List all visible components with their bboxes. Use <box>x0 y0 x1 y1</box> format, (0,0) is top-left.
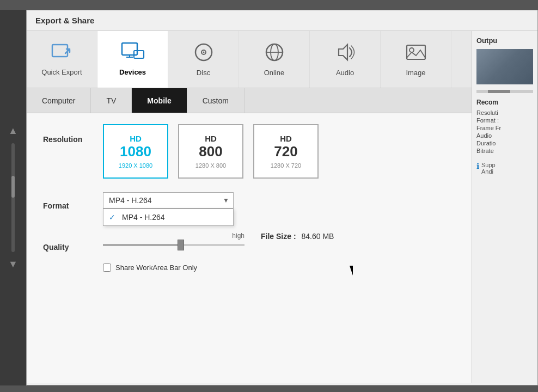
recommend-title: Recom <box>476 99 533 106</box>
share-workarea-checkbox[interactable] <box>103 264 111 272</box>
tab-image[interactable]: Image <box>381 31 451 88</box>
info-icon: ℹ <box>476 162 479 170</box>
quality-slider-track[interactable] <box>103 244 244 246</box>
resolution-cards: HD 1080 1920 X 1080 HD 800 1280 X 800 HD… <box>103 124 319 179</box>
subtab-custom-label: Custom <box>203 96 229 105</box>
subtab-computer-label: Computer <box>42 96 75 105</box>
format-dropdown: ✓ MP4 - H.264 <box>103 209 234 226</box>
left-panel: Quick Export Devices <box>27 31 472 383</box>
tab-disc[interactable]: Disc <box>168 31 239 88</box>
right-panel: Outpu Recom Resoluti Format : Frame Fr A… <box>472 31 537 383</box>
content-area: Quick Export Devices <box>27 31 537 383</box>
main-window: Export & Share Quick Export <box>26 10 538 385</box>
hd720-number: 720 <box>274 143 297 160</box>
subtab-computer[interactable]: Computer <box>27 88 91 113</box>
file-size-wrap: File Size : 84.60 MB <box>261 232 334 241</box>
tab-quick-export[interactable]: Quick Export <box>27 31 97 88</box>
share-workarea-label[interactable]: Share WorkArea Bar Only <box>115 264 197 272</box>
resolution-card-hd720[interactable]: HD 720 1280 X 720 <box>253 124 319 179</box>
disc-label: Disc <box>197 69 210 77</box>
recommend-duration: Duratio <box>476 140 533 146</box>
svg-point-7 <box>203 51 204 53</box>
scroll-up-arrow[interactable]: ▲ <box>6 123 20 139</box>
support-text: Supp Andi <box>481 162 496 175</box>
recommend-framerate: Frame Fr <box>476 125 533 131</box>
tab-devices[interactable]: Devices <box>97 31 168 88</box>
preview-scroll-thumb[interactable] <box>488 90 511 93</box>
quick-export-label: Quick Export <box>41 68 82 76</box>
svg-rect-0 <box>52 45 68 57</box>
support-box: ℹ Supp Andi <box>476 162 533 175</box>
recommend-format: Format : <box>476 117 533 124</box>
scroll-down-arrow[interactable]: ▼ <box>6 256 20 272</box>
icon-tabs: Quick Export Devices <box>27 31 472 88</box>
format-row: Format MP4 - H.264 ▼ ✓ MP4 - H <box>43 191 455 210</box>
quality-label: Quality <box>43 232 103 252</box>
image-icon <box>405 42 427 65</box>
file-size-value: 84.60 MB <box>301 232 334 241</box>
left-scrollbar[interactable]: ▲ ▼ <box>0 10 26 385</box>
hd1080-hd-label: HD <box>130 134 142 143</box>
online-label: Online <box>264 69 285 77</box>
resolution-card-hd1080[interactable]: HD 1080 1920 X 1080 <box>103 124 168 179</box>
format-select-container: MP4 - H.264 ▼ ✓ MP4 - H.264 <box>103 192 234 209</box>
scroll-track-vertical <box>11 143 15 252</box>
hd800-hd-label: HD <box>205 134 217 143</box>
hd800-number: 800 <box>199 143 222 160</box>
sub-tabs: Computer TV Mobile Custom <box>27 88 472 113</box>
preview-scrollbar[interactable] <box>476 90 533 93</box>
format-select[interactable]: MP4 - H.264 <box>103 192 234 209</box>
svg-marker-11 <box>339 45 347 60</box>
quick-export-icon <box>51 42 73 65</box>
scroll-thumb-vertical[interactable] <box>11 176 15 198</box>
file-size-label: File Size : <box>261 232 296 241</box>
quality-slider-thumb[interactable] <box>178 240 184 250</box>
format-option-mp4[interactable]: ✓ MP4 - H.264 <box>103 209 233 225</box>
subtab-tv-label: TV <box>106 96 116 105</box>
title-bar: Export & Share <box>27 10 537 31</box>
online-icon <box>265 42 284 65</box>
image-label: Image <box>406 69 425 77</box>
check-icon: ✓ <box>109 213 118 222</box>
hd1080-dims: 1920 X 1080 <box>119 162 152 169</box>
audio-icon <box>335 42 355 65</box>
quality-high-label: high <box>103 232 244 240</box>
devices-label: Devices <box>119 68 146 76</box>
subtab-mobile[interactable]: Mobile <box>132 88 187 113</box>
recommend-bitrate: Bitrate <box>476 148 533 154</box>
format-option-label: MP4 - H.264 <box>122 213 165 222</box>
subtab-mobile-label: Mobile <box>147 96 171 105</box>
audio-label: Audio <box>336 69 354 77</box>
preview-thumbnail <box>476 49 533 84</box>
svg-point-13 <box>409 48 414 52</box>
resolution-card-hd800[interactable]: HD 800 1280 X 800 <box>178 124 243 179</box>
recommend-resolution: Resoluti <box>476 109 533 116</box>
hd720-dims: 1280 X 720 <box>271 162 301 169</box>
hd800-dims: 1280 X 800 <box>195 162 226 169</box>
window-title: Export & Share <box>35 16 94 25</box>
resolution-label: Resolution <box>43 124 103 144</box>
hd720-hd-label: HD <box>280 134 292 143</box>
subtab-tv[interactable]: TV <box>91 88 132 113</box>
tab-online[interactable]: Online <box>239 31 310 88</box>
quality-row: Quality high File Size : 84.60 MB <box>43 232 455 252</box>
quality-slider-fill <box>103 244 181 246</box>
disc-icon <box>194 42 213 65</box>
format-label: Format <box>43 191 103 210</box>
recommend-audio: Audio <box>476 132 533 139</box>
output-title: Outpu <box>476 36 533 45</box>
quality-slider-wrap: high <box>103 232 244 249</box>
main-content: Resolution HD 1080 1920 X 1080 HD 800 12… <box>27 113 472 283</box>
hd1080-number: 1080 <box>120 143 151 160</box>
tab-audio[interactable]: Audio <box>310 31 381 88</box>
subtab-custom[interactable]: Custom <box>187 88 244 113</box>
svg-rect-12 <box>407 45 425 59</box>
format-select-wrap: MP4 - H.264 ▼ <box>103 192 234 209</box>
devices-icon <box>121 42 145 65</box>
checkbox-row: Share WorkArea Bar Only <box>103 264 455 272</box>
svg-rect-1 <box>122 43 137 55</box>
resolution-row: Resolution HD 1080 1920 X 1080 HD 800 12… <box>43 124 455 179</box>
